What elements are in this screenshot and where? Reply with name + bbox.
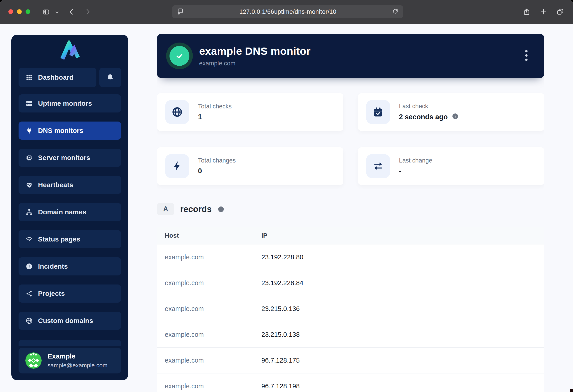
sidebar-item-projects[interactable]: Projects — [18, 285, 121, 303]
sidebar-toggle-icon[interactable] — [43, 8, 50, 16]
monitor-domain: example.com — [199, 60, 310, 67]
stat-label: Total checks — [198, 103, 232, 110]
globe-icon — [25, 317, 33, 324]
stat-label: Last change — [399, 157, 432, 164]
new-tab-icon[interactable] — [540, 8, 547, 15]
chip-icon — [25, 154, 33, 161]
table-row: example.com 23.192.228.84 — [157, 270, 544, 296]
stat-value: 1 — [198, 113, 232, 121]
avatar — [25, 352, 42, 369]
stat-card-total-checks: Total checks 1 — [157, 93, 343, 131]
forward-button[interactable] — [84, 8, 92, 16]
host-cell: example.com — [165, 382, 261, 390]
heart-pulse-icon — [25, 181, 33, 189]
table-row: example.com 96.7.128.198 — [157, 374, 544, 392]
host-cell: example.com — [165, 305, 261, 313]
sidebar-item-label: DNS monitors — [38, 127, 83, 134]
stat-card-last-change: Last change - — [358, 147, 544, 185]
sidebar-item-label: Dashboard — [38, 73, 73, 81]
check-circle-icon — [169, 46, 189, 66]
browser-toolbar: 127.0.0.1/66uptime/dns-monitor/10 — [0, 0, 573, 24]
share-icon[interactable] — [523, 8, 530, 16]
stat-card-total-changes: Total changes 0 — [157, 147, 343, 185]
fullscreen-window-button[interactable] — [26, 9, 30, 14]
table-row: example.com 23.215.0.136 — [157, 296, 544, 322]
sidebar-item-label: Projects — [38, 290, 65, 297]
ip-cell: 23.192.228.84 — [261, 279, 537, 287]
toolbar-divider — [53, 6, 53, 18]
info-icon[interactable] — [217, 206, 225, 213]
chevron-down-icon[interactable] — [54, 10, 60, 15]
sidebar-item-dashboard[interactable]: Dashboard — [18, 68, 96, 87]
ip-cell: 96.7.128.175 — [261, 357, 537, 364]
reload-icon[interactable] — [392, 8, 399, 16]
arrows-right-left-icon — [366, 154, 390, 178]
records-section-header: A records — [157, 203, 544, 215]
stat-value: 0 — [198, 167, 236, 175]
kebab-menu-button[interactable] — [522, 47, 530, 65]
sidebar-item-label: Heartbeats — [38, 181, 73, 189]
sidebar: Dashboard — [11, 35, 128, 380]
url-text[interactable]: 127.0.0.1/66uptime/dns-monitor/10 — [184, 8, 392, 15]
sidebar-item-label: Incidents — [38, 263, 68, 270]
sidebar-item-label: Domain names — [38, 208, 86, 216]
stat-card-last-check: Last check 2 seconds ago — [358, 93, 544, 131]
ip-cell: 23.215.0.138 — [261, 331, 537, 338]
page-settings-icon[interactable] — [177, 8, 184, 16]
monitor-title: example DNS monitor — [199, 45, 310, 57]
bell-icon — [106, 73, 114, 81]
host-cell: example.com — [165, 357, 261, 364]
table-row: example.com 23.215.0.138 — [157, 322, 544, 348]
table-header-row: Host IP — [157, 227, 544, 244]
sidebar-item-partial[interactable] — [18, 340, 121, 346]
user-email: sample@example.com — [48, 362, 107, 369]
user-account-card[interactable]: Example sample@example.com — [18, 348, 121, 374]
sidebar-item-domain-names[interactable]: Domain names — [18, 203, 121, 221]
sidebar-item-label: Server monitors — [38, 154, 90, 161]
alert-circle-icon — [25, 263, 33, 270]
back-button[interactable] — [68, 8, 76, 16]
sidebar-nav: Uptime monitors DNS monitors — [18, 94, 121, 330]
notifications-button[interactable] — [99, 68, 121, 87]
sidebar-item-custom-domains[interactable]: Custom domains — [18, 312, 121, 330]
records-table: Host IP example.com 23.192.228.80 exampl… — [157, 227, 544, 392]
stat-label: Last check — [399, 103, 459, 110]
ip-cell: 23.192.228.80 — [261, 253, 537, 261]
plug-icon — [25, 127, 33, 134]
wifi-icon — [25, 235, 33, 243]
sidebar-item-heartbeats[interactable]: Heartbeats — [18, 176, 121, 194]
sidebar-item-label: Status pages — [38, 235, 80, 243]
browser-window: 127.0.0.1/66uptime/dns-monitor/10 — [0, 0, 573, 392]
sidebar-item-status-pages[interactable]: Status pages — [18, 230, 121, 248]
stat-label: Total changes — [198, 157, 236, 164]
main-content: example DNS monitor example.com — [157, 24, 544, 392]
table-row: example.com 96.7.128.175 — [157, 348, 544, 374]
host-cell: example.com — [165, 253, 261, 261]
sidebar-item-dns-monitors[interactable]: DNS monitors — [18, 122, 121, 140]
column-header-host: Host — [165, 232, 261, 239]
sidebar-item-server-monitors[interactable]: Server monitors — [18, 149, 121, 167]
bolt-icon — [165, 154, 189, 178]
sidebar-item-uptime-monitors[interactable]: Uptime monitors — [18, 94, 121, 112]
user-name: Example — [48, 352, 107, 360]
address-bar[interactable]: 127.0.0.1/66uptime/dns-monitor/10 — [172, 5, 403, 18]
host-cell: example.com — [165, 331, 261, 338]
tabs-overview-icon[interactable] — [556, 8, 564, 16]
ip-cell: 96.7.128.198 — [261, 382, 537, 390]
share-nodes-icon — [25, 290, 33, 297]
sitemap-icon — [25, 208, 33, 216]
column-header-ip: IP — [261, 232, 537, 239]
calendar-check-icon — [366, 100, 390, 124]
app-logo[interactable] — [11, 40, 128, 62]
sidebar-item-label: Uptime monitors — [38, 100, 92, 107]
minimize-window-button[interactable] — [17, 9, 22, 14]
info-icon[interactable] — [452, 113, 459, 122]
app-page: Dashboard — [0, 24, 573, 392]
sidebar-item-incidents[interactable]: Incidents — [18, 257, 121, 275]
sidebar-item-label: Custom domains — [38, 317, 93, 324]
grid-icon — [25, 74, 33, 81]
table-row: example.com 23.192.228.80 — [157, 244, 544, 270]
status-up-badge — [166, 43, 193, 69]
stats-grid: Total checks 1 Last check — [157, 93, 544, 185]
close-window-button[interactable] — [8, 9, 13, 14]
